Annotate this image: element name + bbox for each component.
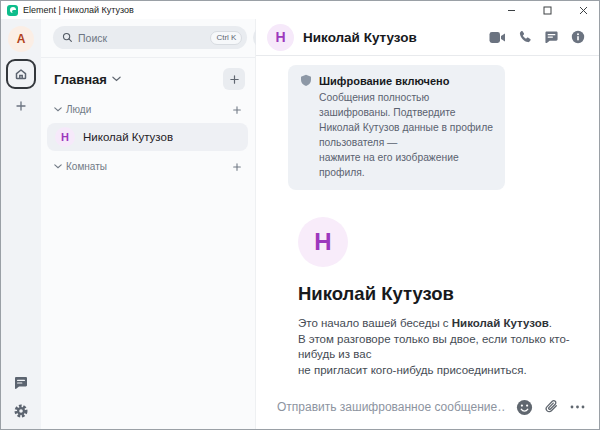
- section-rooms[interactable]: Комнаты: [41, 153, 255, 176]
- chat-avatar[interactable]: Н: [267, 24, 294, 51]
- info-icon: [571, 30, 585, 44]
- minimize-icon: [507, 6, 516, 15]
- intro-avatar[interactable]: Н: [298, 217, 348, 267]
- room-intro: Н Николай Кутузов Это начало вашей бесед…: [298, 217, 574, 378]
- message-composer: [256, 391, 599, 429]
- threads-button[interactable]: [13, 375, 29, 391]
- titlebar: Element | Николай Кутузов: [1, 1, 599, 19]
- plus-icon: [232, 105, 242, 115]
- maximize-button[interactable]: [541, 4, 553, 16]
- element-window: Element | Николай Кутузов A: [0, 0, 600, 430]
- chevron-down-icon: [112, 76, 121, 82]
- room-name: Николай Кутузов: [83, 131, 173, 143]
- section-rooms-label: Комнаты: [66, 161, 107, 172]
- encryption-body-line: нажмите на его изображение профиля.: [319, 150, 493, 180]
- space-title[interactable]: Главная: [54, 72, 107, 87]
- video-call-button[interactable]: [489, 31, 506, 44]
- intro-room-name: Николай Кутузов: [298, 283, 574, 305]
- add-rooms-button[interactable]: [232, 162, 242, 172]
- room-list-item[interactable]: Н Николай Кутузов: [47, 123, 248, 151]
- emoji-button[interactable]: [516, 399, 533, 416]
- more-options-button[interactable]: [570, 405, 585, 409]
- attachment-icon: [544, 399, 559, 415]
- room-list-panel: Ctrl K Главная Люди: [41, 19, 256, 429]
- search-box[interactable]: Ctrl K: [53, 26, 247, 49]
- home-icon: [14, 67, 28, 81]
- chevron-down-icon: [54, 107, 62, 112]
- encryption-body-line: Николай Кутузов данные в профиле пользов…: [319, 120, 493, 150]
- plus-icon: [232, 162, 242, 172]
- video-call-icon: [489, 31, 506, 44]
- maximize-icon: [543, 6, 552, 15]
- shield-icon: [300, 74, 312, 87]
- voice-call-button[interactable]: [518, 30, 532, 44]
- encryption-notice: Шифрование включено Сообщения полностью …: [288, 65, 505, 190]
- chevron-down-icon: [54, 164, 62, 169]
- spaces-rail: A: [1, 19, 41, 429]
- user-avatar[interactable]: A: [8, 26, 34, 52]
- plus-icon: [15, 100, 27, 112]
- encryption-body-line: Сообщения полностью зашифрованы. Подтвер…: [319, 90, 493, 120]
- more-options-icon: [570, 405, 585, 409]
- chat-title[interactable]: Николай Кутузов: [303, 30, 480, 45]
- element-logo-icon: [7, 5, 18, 16]
- search-icon: [62, 32, 73, 43]
- create-space-button[interactable]: [10, 95, 32, 117]
- message-input[interactable]: [277, 400, 505, 414]
- threads-icon: [13, 375, 29, 391]
- room-info-button[interactable]: [571, 30, 585, 44]
- message-timeline: Шифрование включено Сообщения полностью …: [256, 56, 599, 391]
- window-title: Element | Николай Кутузов: [23, 5, 134, 15]
- home-space-button[interactable]: [6, 59, 36, 89]
- encryption-title: Шифрование включено: [319, 75, 449, 87]
- add-people-button[interactable]: [232, 105, 242, 115]
- room-avatar: Н: [55, 127, 75, 147]
- emoji-icon: [516, 399, 533, 416]
- chat-threads-button[interactable]: [544, 30, 559, 44]
- intro-peer-name: Николай Кутузов: [452, 317, 549, 329]
- section-people[interactable]: Люди: [41, 96, 255, 119]
- close-button[interactable]: [577, 4, 589, 16]
- attachment-button[interactable]: [544, 399, 559, 415]
- minimize-button[interactable]: [505, 4, 517, 16]
- gear-icon: [13, 403, 29, 419]
- section-people-label: Люди: [66, 104, 91, 115]
- search-input[interactable]: [78, 32, 205, 44]
- add-room-button[interactable]: [223, 68, 245, 90]
- close-icon: [579, 6, 588, 15]
- chat-bubble-icon: [544, 30, 559, 44]
- intro-description: Это начало вашей беседы с Николай Кутузо…: [298, 316, 574, 378]
- plus-icon: [229, 74, 240, 85]
- settings-button[interactable]: [13, 403, 29, 419]
- search-shortcut-badge: Ctrl K: [210, 31, 242, 45]
- chat-header: Н Николай Кутузов: [256, 19, 599, 56]
- chat-panel: Н Николай Кутузов: [256, 19, 599, 429]
- voice-call-icon: [518, 30, 532, 44]
